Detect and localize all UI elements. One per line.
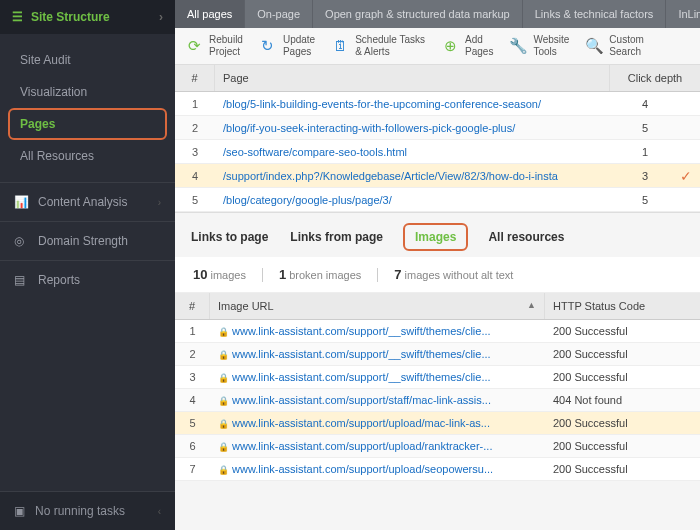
lock-icon: 🔒 xyxy=(218,465,229,475)
sidebar-footer-tasks[interactable]: ▣ No running tasks ‹ xyxy=(0,491,175,530)
cell-image-url[interactable]: 🔒www.link-assistant.com/support/staff/ma… xyxy=(210,394,545,406)
sidebar-section-domain-strength[interactable]: ◎ Domain Strength xyxy=(0,221,175,260)
custom-search-button[interactable]: 🔍CustomSearch xyxy=(585,34,643,58)
image-stats: 10images 1broken images 7images without … xyxy=(175,257,700,293)
subtab-images[interactable]: Images xyxy=(403,223,468,251)
tasks-icon: ▣ xyxy=(14,504,25,518)
cell-http-status: 200 Successful xyxy=(545,348,700,360)
chevron-right-icon: › xyxy=(159,10,163,24)
sidebar-header-site-structure[interactable]: ☰ Site Structure › xyxy=(0,0,175,34)
cell-number: 2 xyxy=(175,122,215,134)
cell-page-url[interactable]: /support/index.php?/Knowledgebase/Articl… xyxy=(215,170,610,182)
schedule-tasks-button[interactable]: 🗓Schedule Tasks& Alerts xyxy=(331,34,425,58)
images-grid-body: 1🔒www.link-assistant.com/support/__swift… xyxy=(175,320,700,481)
cell-number: 3 xyxy=(175,146,215,158)
tab-links-technical[interactable]: Links & technical factors xyxy=(523,0,667,28)
cell-number: 4 xyxy=(175,394,210,406)
table-row[interactable]: 1/blog/5-link-building-events-for-the-up… xyxy=(175,92,700,116)
main-content: All pages On-page Open graph & structure… xyxy=(175,0,700,530)
sidebar-subitems: Site Audit Visualization Pages All Resou… xyxy=(0,34,175,182)
sidebar-item-pages[interactable]: Pages xyxy=(8,108,167,140)
chart-icon: 📊 xyxy=(14,195,28,209)
cell-page-url[interactable]: /blog/5-link-building-events-for-the-upc… xyxy=(215,98,610,110)
table-row[interactable]: 3/seo-software/compare-seo-tools.html1 xyxy=(175,140,700,164)
cell-number: 1 xyxy=(175,98,215,110)
sidebar-section-reports[interactable]: ▤ Reports xyxy=(0,260,175,299)
cell-http-status: 200 Successful xyxy=(545,440,700,452)
sidebar-section-label: Reports xyxy=(38,273,80,287)
stat-images: 10images xyxy=(193,267,246,282)
stat-broken: 1broken images xyxy=(279,267,361,282)
cell-image-url[interactable]: 🔒www.link-assistant.com/support/__swift/… xyxy=(210,371,545,383)
lock-icon: 🔒 xyxy=(218,373,229,383)
sidebar-item-site-audit[interactable]: Site Audit xyxy=(0,44,175,76)
subtab-all-resources[interactable]: All resources xyxy=(486,226,566,248)
sidebar-item-visualization[interactable]: Visualization xyxy=(0,76,175,108)
table-row[interactable]: 4🔒www.link-assistant.com/support/staff/m… xyxy=(175,389,700,412)
tab-on-page[interactable]: On-page xyxy=(245,0,313,28)
table-row[interactable]: 7🔒www.link-assistant.com/support/upload/… xyxy=(175,458,700,481)
update-pages-button[interactable]: ↻UpdatePages xyxy=(259,34,315,58)
lock-icon: 🔒 xyxy=(218,396,229,406)
cell-depth: 5 xyxy=(610,122,680,134)
table-row[interactable]: 2🔒www.link-assistant.com/support/__swift… xyxy=(175,343,700,366)
sidebar-footer-label: No running tasks xyxy=(35,504,125,518)
cell-depth: 4 xyxy=(610,98,680,110)
cell-http-status: 200 Successful xyxy=(545,325,700,337)
cell-image-url[interactable]: 🔒www.link-assistant.com/support/__swift/… xyxy=(210,348,545,360)
subtab-links-from-page[interactable]: Links from page xyxy=(288,226,385,248)
cell-http-status: 404 Not found xyxy=(545,394,700,406)
rebuild-icon: ⟳ xyxy=(185,37,203,55)
cell-image-url[interactable]: 🔒www.link-assistant.com/support/__swift/… xyxy=(210,325,545,337)
col-number[interactable]: # xyxy=(175,293,210,319)
cell-image-url[interactable]: 🔒www.link-assistant.com/support/upload/m… xyxy=(210,417,545,429)
col-http-status[interactable]: HTTP Status Code xyxy=(545,293,700,319)
divider xyxy=(377,268,378,282)
cell-http-status: 200 Successful xyxy=(545,463,700,475)
col-click-depth[interactable]: Click depth xyxy=(610,65,700,91)
plus-icon: ⊕ xyxy=(441,37,459,55)
table-row[interactable]: 4/support/index.php?/Knowledgebase/Artic… xyxy=(175,164,700,188)
add-pages-button[interactable]: ⊕AddPages xyxy=(441,34,493,58)
cell-image-url[interactable]: 🔒www.link-assistant.com/support/upload/r… xyxy=(210,440,545,452)
table-row[interactable]: 6🔒www.link-assistant.com/support/upload/… xyxy=(175,435,700,458)
chevron-left-icon: ‹ xyxy=(158,506,161,517)
col-image-url[interactable]: Image URL▲ xyxy=(210,293,545,319)
table-row[interactable]: 5🔒www.link-assistant.com/support/upload/… xyxy=(175,412,700,435)
cell-depth: 5 xyxy=(610,194,680,206)
cell-image-url[interactable]: 🔒www.link-assistant.com/support/upload/s… xyxy=(210,463,545,475)
cell-depth: 3 xyxy=(610,170,680,182)
lock-icon: 🔒 xyxy=(218,419,229,429)
cell-depth: 1 xyxy=(610,146,680,158)
sidebar: ☰ Site Structure › Site Audit Visualizat… xyxy=(0,0,175,530)
subtab-links-to-page[interactable]: Links to page xyxy=(189,226,270,248)
cell-page-url[interactable]: /seo-software/compare-seo-tools.html xyxy=(215,146,610,158)
sidebar-section-label: Content Analysis xyxy=(38,195,127,209)
search-icon: 🔍 xyxy=(585,37,603,55)
cell-number: 1 xyxy=(175,325,210,337)
col-page[interactable]: Page xyxy=(215,65,610,91)
cell-http-status: 200 Successful xyxy=(545,371,700,383)
report-icon: ▤ xyxy=(14,273,28,287)
cell-page-url[interactable]: /blog/category/google-plus/page/3/ xyxy=(215,194,610,206)
tab-open-graph[interactable]: Open graph & structured data markup xyxy=(313,0,523,28)
col-number[interactable]: # xyxy=(175,65,215,91)
table-row[interactable]: 3🔒www.link-assistant.com/support/__swift… xyxy=(175,366,700,389)
cell-number: 2 xyxy=(175,348,210,360)
cell-page-url[interactable]: /blog/if-you-seek-interacting-with-follo… xyxy=(215,122,610,134)
website-tools-button[interactable]: 🔧WebsiteTools xyxy=(509,34,569,58)
table-row[interactable]: 5/blog/category/google-plus/page/3/5 xyxy=(175,188,700,212)
rebuild-project-button[interactable]: ⟳RebuildProject xyxy=(185,34,243,58)
sidebar-item-all-resources[interactable]: All Resources xyxy=(0,140,175,172)
table-row[interactable]: 2/blog/if-you-seek-interacting-with-foll… xyxy=(175,116,700,140)
update-icon: ↻ xyxy=(259,37,277,55)
top-tabs: All pages On-page Open graph & structure… xyxy=(175,0,700,28)
images-grid-header: # Image URL▲ HTTP Status Code xyxy=(175,293,700,320)
table-row[interactable]: 1🔒www.link-assistant.com/support/__swift… xyxy=(175,320,700,343)
target-icon: ◎ xyxy=(14,234,28,248)
stat-noalt: 7images without alt text xyxy=(394,267,513,282)
cell-http-status: 200 Successful xyxy=(545,417,700,429)
sidebar-section-content-analysis[interactable]: 📊 Content Analysis › xyxy=(0,182,175,221)
tab-inlink-rank[interactable]: InLink Rank xyxy=(666,0,700,28)
tab-all-pages[interactable]: All pages xyxy=(175,0,245,28)
